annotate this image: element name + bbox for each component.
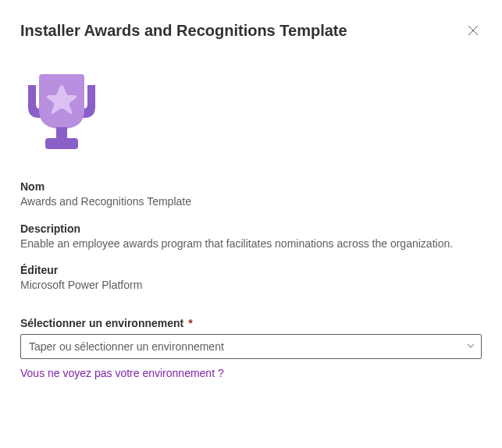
required-indicator: * — [188, 317, 192, 329]
environment-section: Sélectionner un environnement * Vous ne … — [20, 317, 482, 380]
svg-rect-2 — [56, 127, 67, 138]
description-field: Description Enable an employee awards pr… — [20, 222, 482, 252]
environment-input[interactable] — [20, 334, 482, 359]
environment-label: Sélectionner un environnement * — [20, 317, 482, 329]
environment-help-link[interactable]: Vous ne voyez pas votre environnement ? — [20, 367, 224, 379]
environment-combobox[interactable] — [20, 334, 482, 359]
dialog-header: Installer Awards and Recognitions Templa… — [20, 22, 482, 40]
name-label: Nom — [20, 180, 482, 193]
name-value: Awards and Recognitions Template — [20, 194, 482, 210]
close-icon — [468, 25, 479, 36]
close-button[interactable] — [465, 22, 482, 39]
name-field: Nom Awards and Recognitions Template — [20, 180, 482, 210]
trophy-star-icon — [11, 54, 112, 155]
publisher-value: Microsoft Power Platform — [20, 278, 482, 293]
description-value: Enable an employee awards program that f… — [20, 236, 482, 252]
template-icon-block — [11, 54, 482, 158]
publisher-field: Éditeur Microsoft Power Platform — [20, 264, 482, 293]
dialog-title: Installer Awards and Recognitions Templa… — [20, 22, 347, 40]
description-label: Description — [20, 222, 482, 235]
environment-label-text: Sélectionner un environnement — [20, 317, 183, 329]
publisher-label: Éditeur — [20, 264, 482, 276]
